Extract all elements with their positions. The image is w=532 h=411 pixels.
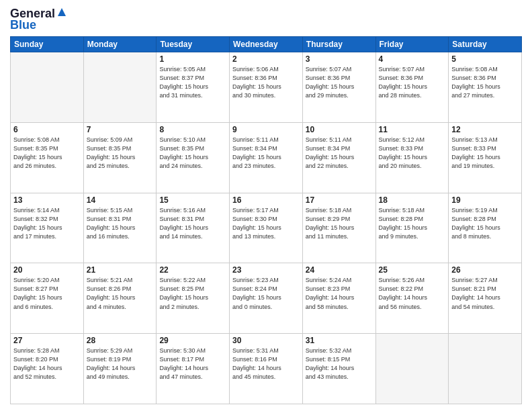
day-number: 23 [232,265,300,275]
day-detail: Sunrise: 5:15 AM Sunset: 8:31 PM Dayligh… [87,206,154,241]
day-number: 14 [87,195,154,205]
day-number: 10 [306,125,373,134]
day-number: 12 [451,125,519,134]
day-detail: Sunrise: 5:12 AM Sunset: 8:33 PM Dayligh… [379,136,446,171]
calendar-cell: 24Sunrise: 5:24 AM Sunset: 8:23 PM Dayli… [302,263,375,334]
day-detail: Sunrise: 5:08 AM Sunset: 8:35 PM Dayligh… [13,136,81,171]
weekday-header-thursday: Thursday [302,37,375,52]
week-row-5: 27Sunrise: 5:28 AM Sunset: 8:20 PM Dayli… [11,334,522,404]
week-row-1: 1Sunrise: 5:05 AM Sunset: 8:37 PM Daylig… [11,52,522,123]
day-number: 20 [13,265,81,275]
calendar-cell: 16Sunrise: 5:17 AM Sunset: 8:30 PM Dayli… [230,193,303,263]
day-detail: Sunrise: 5:11 AM Sunset: 8:34 PM Dayligh… [306,136,373,171]
day-number: 28 [87,336,154,345]
day-number: 24 [306,265,373,275]
calendar-cell: 21Sunrise: 5:21 AM Sunset: 8:26 PM Dayli… [83,263,157,334]
logo: General Blue [10,7,67,32]
calendar-cell: 5Sunrise: 5:08 AM Sunset: 8:36 PM Daylig… [449,52,522,123]
day-number: 4 [379,54,446,64]
day-number: 22 [159,265,226,275]
day-detail: Sunrise: 5:26 AM Sunset: 8:22 PM Dayligh… [379,276,446,311]
day-detail: Sunrise: 5:30 AM Sunset: 8:17 PM Dayligh… [159,347,226,381]
calendar-cell: 19Sunrise: 5:19 AM Sunset: 8:28 PM Dayli… [449,193,522,263]
calendar-cell: 14Sunrise: 5:15 AM Sunset: 8:31 PM Dayli… [83,193,157,263]
day-detail: Sunrise: 5:06 AM Sunset: 8:36 PM Dayligh… [232,65,300,100]
calendar-cell [11,52,84,123]
calendar-cell: 3Sunrise: 5:07 AM Sunset: 8:36 PM Daylig… [302,52,375,123]
calendar-cell: 30Sunrise: 5:31 AM Sunset: 8:16 PM Dayli… [230,334,303,404]
calendar-cell: 18Sunrise: 5:18 AM Sunset: 8:28 PM Dayli… [375,193,449,263]
day-detail: Sunrise: 5:10 AM Sunset: 8:35 PM Dayligh… [159,136,226,171]
day-number: 2 [232,54,300,64]
svg-marker-0 [58,8,66,16]
calendar-cell: 25Sunrise: 5:26 AM Sunset: 8:22 PM Dayli… [375,263,449,334]
day-detail: Sunrise: 5:18 AM Sunset: 8:28 PM Dayligh… [379,206,446,241]
calendar-cell: 17Sunrise: 5:18 AM Sunset: 8:29 PM Dayli… [302,193,375,263]
day-detail: Sunrise: 5:14 AM Sunset: 8:32 PM Dayligh… [13,206,81,241]
weekday-header-friday: Friday [375,37,449,52]
day-number: 18 [379,195,446,205]
day-detail: Sunrise: 5:11 AM Sunset: 8:34 PM Dayligh… [232,136,300,171]
calendar-cell: 15Sunrise: 5:16 AM Sunset: 8:31 PM Dayli… [157,193,230,263]
day-detail: Sunrise: 5:32 AM Sunset: 8:15 PM Dayligh… [306,347,373,381]
calendar-cell: 23Sunrise: 5:23 AM Sunset: 8:24 PM Dayli… [230,263,303,334]
weekday-header-sunday: Sunday [11,37,84,52]
calendar-cell: 6Sunrise: 5:08 AM Sunset: 8:35 PM Daylig… [11,122,84,193]
day-detail: Sunrise: 5:21 AM Sunset: 8:26 PM Dayligh… [87,276,154,311]
day-number: 31 [306,336,373,345]
calendar-cell: 27Sunrise: 5:28 AM Sunset: 8:20 PM Dayli… [11,334,84,404]
calendar-cell [83,52,157,123]
day-number: 8 [159,125,226,134]
calendar-cell: 29Sunrise: 5:30 AM Sunset: 8:17 PM Dayli… [157,334,230,404]
day-number: 16 [232,195,300,205]
calendar-cell: 12Sunrise: 5:13 AM Sunset: 8:33 PM Dayli… [449,122,522,193]
weekday-header-tuesday: Tuesday [157,37,230,52]
day-number: 26 [451,265,519,275]
calendar-cell: 9Sunrise: 5:11 AM Sunset: 8:34 PM Daylig… [230,122,303,193]
day-detail: Sunrise: 5:13 AM Sunset: 8:33 PM Dayligh… [451,136,519,171]
calendar-cell: 7Sunrise: 5:09 AM Sunset: 8:35 PM Daylig… [83,122,157,193]
day-detail: Sunrise: 5:17 AM Sunset: 8:30 PM Dayligh… [232,206,300,241]
calendar-cell: 10Sunrise: 5:11 AM Sunset: 8:34 PM Dayli… [302,122,375,193]
day-number: 11 [379,125,446,134]
day-number: 21 [87,265,154,275]
weekday-header-saturday: Saturday [449,37,522,52]
day-detail: Sunrise: 5:08 AM Sunset: 8:36 PM Dayligh… [451,65,519,100]
header: General Blue [10,7,522,32]
calendar-cell: 4Sunrise: 5:07 AM Sunset: 8:36 PM Daylig… [375,52,449,123]
calendar-table: SundayMondayTuesdayWednesdayThursdayFrid… [10,36,522,404]
day-number: 13 [13,195,81,205]
day-number: 6 [13,125,81,134]
calendar-cell: 20Sunrise: 5:20 AM Sunset: 8:27 PM Dayli… [11,263,84,334]
day-number: 9 [232,125,300,134]
calendar-cell: 31Sunrise: 5:32 AM Sunset: 8:15 PM Dayli… [302,334,375,404]
day-number: 19 [451,195,519,205]
day-number: 30 [232,336,300,345]
day-detail: Sunrise: 5:18 AM Sunset: 8:29 PM Dayligh… [306,206,373,241]
day-detail: Sunrise: 5:07 AM Sunset: 8:36 PM Dayligh… [379,65,446,100]
day-detail: Sunrise: 5:19 AM Sunset: 8:28 PM Dayligh… [451,206,519,241]
day-number: 25 [379,265,446,275]
day-number: 17 [306,195,373,205]
calendar-cell: 8Sunrise: 5:10 AM Sunset: 8:35 PM Daylig… [157,122,230,193]
day-detail: Sunrise: 5:31 AM Sunset: 8:16 PM Dayligh… [232,347,300,381]
calendar-page: General Blue SundayMondayTuesdayWednesda… [0,0,532,411]
day-detail: Sunrise: 5:09 AM Sunset: 8:35 PM Dayligh… [87,136,154,171]
day-detail: Sunrise: 5:28 AM Sunset: 8:20 PM Dayligh… [13,347,81,381]
day-detail: Sunrise: 5:22 AM Sunset: 8:25 PM Dayligh… [159,276,226,311]
calendar-cell: 13Sunrise: 5:14 AM Sunset: 8:32 PM Dayli… [11,193,84,263]
calendar-cell: 26Sunrise: 5:27 AM Sunset: 8:21 PM Dayli… [449,263,522,334]
day-number: 15 [159,195,226,205]
day-number: 29 [159,336,226,345]
calendar-cell: 22Sunrise: 5:22 AM Sunset: 8:25 PM Dayli… [157,263,230,334]
calendar-cell [449,334,522,404]
day-number: 5 [451,54,519,64]
day-number: 7 [87,125,154,134]
logo-icon [56,7,67,17]
calendar-cell: 11Sunrise: 5:12 AM Sunset: 8:33 PM Dayli… [375,122,449,193]
day-detail: Sunrise: 5:20 AM Sunset: 8:27 PM Dayligh… [13,276,81,311]
weekday-header-row: SundayMondayTuesdayWednesdayThursdayFrid… [11,37,522,52]
calendar-cell [375,334,449,404]
day-detail: Sunrise: 5:24 AM Sunset: 8:23 PM Dayligh… [306,276,373,311]
day-number: 1 [159,54,226,64]
